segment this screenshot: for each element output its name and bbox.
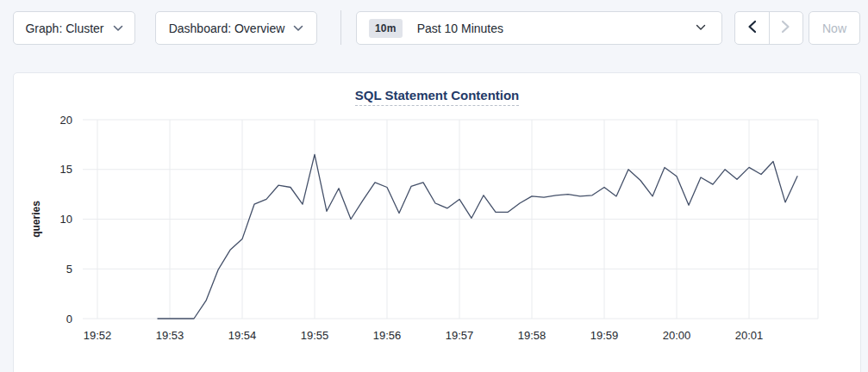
chart-grid bbox=[83, 120, 818, 319]
time-step-forward-button[interactable] bbox=[769, 12, 802, 44]
time-range-picker[interactable]: 10m Past 10 Minutes bbox=[356, 11, 722, 45]
dashboard-dropdown-label: Dashboard: Overview bbox=[169, 22, 285, 35]
chart-card: SQL Statement Contention 0510152019:5219… bbox=[13, 72, 861, 372]
x-tick-label: 19:52 bbox=[84, 329, 112, 342]
toolbar-divider bbox=[340, 10, 341, 45]
now-button-label: Now bbox=[822, 22, 846, 35]
x-tick-label: 20:01 bbox=[735, 329, 764, 342]
time-range-label: Past 10 Minutes bbox=[417, 22, 503, 35]
graph-dropdown-label: Graph: Cluster bbox=[25, 22, 103, 35]
x-tick-label: 19:53 bbox=[156, 329, 184, 342]
y-tick-label: 20 bbox=[60, 114, 72, 127]
x-tick-label: 19:57 bbox=[446, 329, 474, 342]
x-tick-label: 20:00 bbox=[663, 329, 691, 342]
y-tick-label: 5 bbox=[66, 263, 72, 276]
chevron-left-icon bbox=[747, 20, 757, 37]
x-tick-label: 19:54 bbox=[228, 329, 257, 342]
dashboard-dropdown[interactable]: Dashboard: Overview bbox=[155, 11, 317, 45]
sql-contention-chart[interactable]: 0510152019:5219:5319:5419:5519:5619:5719… bbox=[14, 113, 862, 358]
chart-title[interactable]: SQL Statement Contention bbox=[355, 88, 520, 106]
time-step-back-button[interactable] bbox=[735, 12, 769, 44]
x-tick-label: 19:58 bbox=[518, 329, 546, 342]
x-tick-label: 19:59 bbox=[590, 329, 619, 342]
graph-dropdown[interactable]: Graph: Cluster bbox=[13, 11, 135, 45]
dashboard-page: { "toolbar": { "graph_dropdown": { "labe… bbox=[0, 0, 868, 372]
chevron-down-icon bbox=[113, 25, 123, 32]
chevron-down-icon bbox=[293, 25, 303, 32]
y-tick-label: 15 bbox=[60, 163, 72, 176]
x-tick-label: 19:55 bbox=[301, 329, 329, 342]
chart-axis-labels: 0510152019:5219:5319:5419:5519:5619:5719… bbox=[30, 114, 763, 343]
y-axis-title: queries bbox=[30, 201, 42, 238]
y-tick-label: 10 bbox=[60, 213, 72, 226]
chart-title-row: SQL Statement Contention bbox=[14, 88, 860, 108]
x-tick-label: 19:56 bbox=[373, 329, 402, 342]
chevron-right-icon bbox=[781, 20, 790, 37]
time-step-buttons bbox=[734, 11, 803, 45]
now-button[interactable]: Now bbox=[809, 11, 860, 45]
time-range-badge: 10m bbox=[369, 19, 403, 38]
y-tick-label: 0 bbox=[66, 313, 72, 326]
series-line bbox=[158, 154, 797, 319]
chevron-down-icon bbox=[696, 24, 706, 31]
